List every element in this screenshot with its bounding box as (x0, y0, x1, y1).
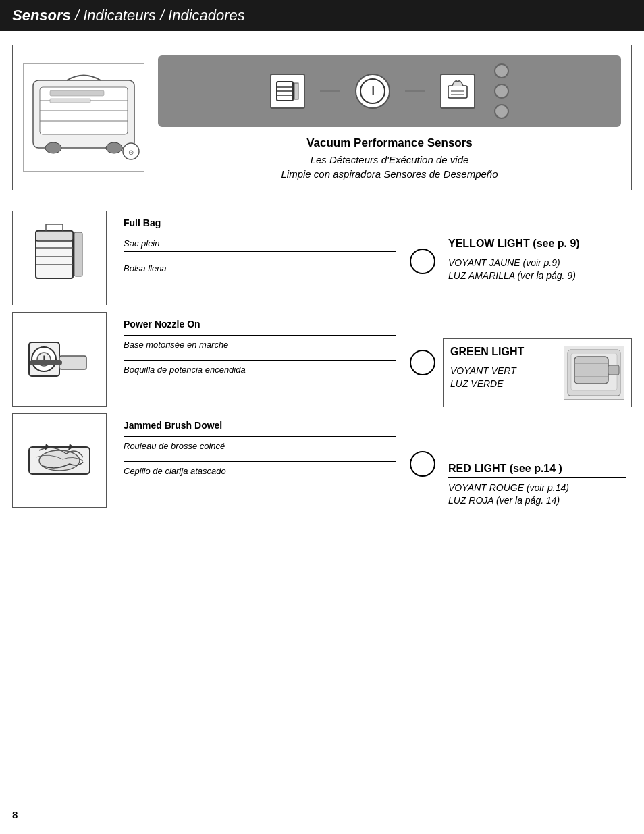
connector-circle-1 (410, 249, 435, 274)
jammed-brush-label-group: Jammed Brush Dowel Rouleau de brosse coi… (124, 413, 396, 515)
red-light-title: RED LIGHT (see p.14 ) (448, 463, 626, 478)
svg-rect-18 (448, 86, 467, 98)
connector-circle-3 (410, 451, 435, 477)
full-bag-sensor-box (12, 211, 107, 305)
svg-rect-15 (294, 83, 298, 99)
full-bag-label-group: Full Bag Sac plein Bolsa llena (124, 211, 396, 312)
nozzle-image (564, 346, 624, 400)
top-section: ⊙ (12, 45, 632, 190)
left-icons-column: Ⅰ (12, 211, 117, 515)
circle-sensor-icon: Ⅰ (355, 74, 390, 109)
yellow-light-fr: VOYANT JAUNE (voir p.9) (448, 257, 626, 268)
svg-point-9 (45, 142, 61, 153)
top-section-subtitle-es: Limpie con aspiradora Sensores de Desemp… (281, 168, 498, 180)
jammed-brush-es: Cepillo de clarija atascado (124, 466, 396, 476)
yellow-light-title: YELLOW LIGHT (see p. 9) (448, 238, 626, 253)
svg-point-10 (106, 142, 122, 153)
red-light-es: LUZ ROJA (ver la pág. 14) (448, 495, 626, 506)
green-light-es: LUZ VERDE (450, 378, 557, 389)
top-right-content: Ⅰ Vacuum Performance Sensors (158, 55, 621, 180)
bag-sensor-icon (270, 74, 305, 109)
power-nozzle-es: Boquilla de potencia encendida (124, 365, 396, 375)
yellow-light-group: YELLOW LIGHT (see p. 9) VOYANT JAUNE (vo… (443, 231, 632, 290)
svg-text:⊙: ⊙ (128, 149, 134, 156)
svg-rect-39 (574, 357, 608, 384)
brush-sensor-icon (440, 74, 475, 109)
top-section-title: Vacuum Performance Sensors (306, 136, 473, 150)
power-nozzle-fr: Base motorisée en marche (124, 340, 396, 353)
full-bag-fr: Sac plein (124, 238, 396, 252)
page-number: 8 (12, 809, 18, 820)
sensor-icons-row: Ⅰ (158, 55, 621, 127)
green-light-box: GREEN LIGHT VOYANT VERT LUZ VERDE (443, 338, 632, 407)
jammed-brush-sensor-box (12, 413, 107, 508)
jammed-brush-fr: Rouleau de brosse coincé (124, 441, 396, 454)
full-bag-title: Full Bag (124, 217, 396, 228)
red-light-fr: VOYANT ROUGE (voir p.14) (448, 482, 626, 493)
svg-rect-26 (74, 232, 82, 276)
sensor-dots (494, 63, 509, 119)
svg-text:Ⅰ: Ⅰ (371, 85, 375, 97)
yellow-light-es: LUZ AMARILLA (ver la pág. 9) (448, 270, 626, 281)
header-bar: Sensors / Indicateurs / Indicadores (0, 0, 644, 31)
svg-rect-8 (50, 99, 90, 103)
svg-rect-44 (608, 365, 619, 375)
svg-rect-34 (59, 356, 86, 369)
red-light-group: RED LIGHT (see p.14 ) VOYANT ROUGE (voir… (443, 456, 632, 515)
connector-area (402, 211, 443, 515)
main-section: Ⅰ Full Bag (12, 211, 632, 515)
green-light-title: GREEN LIGHT (450, 346, 557, 361)
svg-rect-22 (36, 231, 73, 241)
power-nozzle-label-group: Power Nozzle On Base motorisée en marche… (124, 312, 396, 413)
green-light-fr: VOYANT VERT (450, 365, 557, 376)
jammed-brush-title: Jammed Brush Dowel (124, 420, 396, 431)
full-bag-es: Bolsa llena (124, 263, 396, 273)
page-title: Sensors / Indicateurs / Indicadores (12, 7, 632, 24)
vacuum-illustration: ⊙ (23, 63, 144, 172)
power-nozzle-sensor-box: Ⅰ (12, 312, 107, 407)
connector-circle-2 (410, 350, 435, 375)
svg-rect-7 (50, 90, 104, 96)
middle-labels-column: Full Bag Sac plein Bolsa llena Power Noz… (117, 211, 402, 515)
power-nozzle-title: Power Nozzle On (124, 319, 396, 330)
top-section-subtitle-fr: Les Détecteurs d'Exécution de vide (311, 154, 469, 165)
green-light-text: GREEN LIGHT VOYANT VERT LUZ VERDE (450, 346, 557, 391)
right-lights-column: YELLOW LIGHT (see p. 9) VOYANT JAUNE (vo… (443, 211, 632, 515)
